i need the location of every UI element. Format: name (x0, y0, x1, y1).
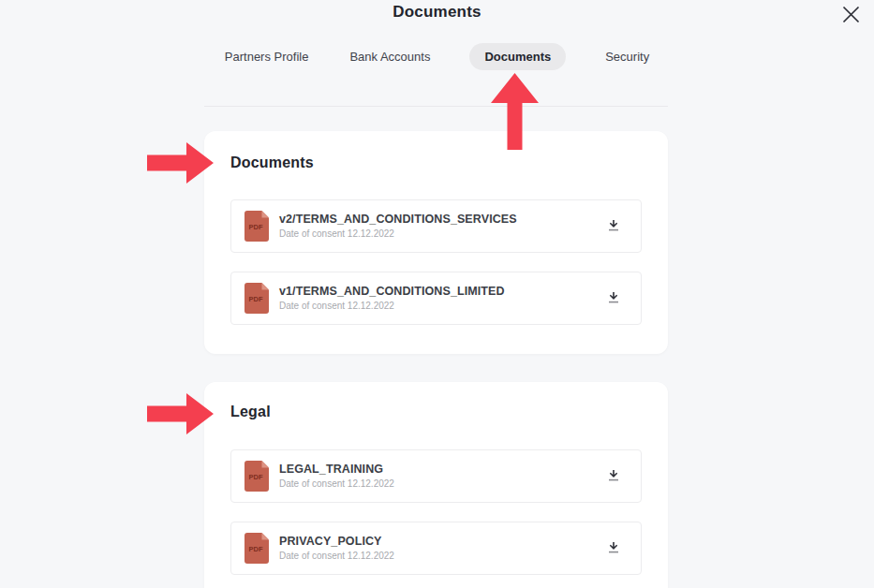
tab-bar: Partners Profile Bank Accounts Documents… (0, 42, 874, 70)
document-row: PDF LEGAL_TRAINING Date of consent 12.12… (230, 449, 642, 503)
document-name: LEGAL_TRAINING (279, 463, 394, 477)
documents-section-title: Documents (230, 131, 642, 171)
tab-partners-profile[interactable]: Partners Profile (223, 43, 311, 70)
page-title: Documents (0, 3, 874, 22)
document-row: PDF v1/TERMS_AND_CONDITIONS_LIMITED Date… (230, 272, 642, 325)
document-consent-date: Date of consent 12.12.2022 (279, 550, 394, 562)
download-button[interactable] (603, 288, 624, 309)
tab-documents[interactable]: Documents (469, 43, 566, 70)
pdf-file-icon: PDF (244, 533, 269, 564)
legal-section-card: Legal PDF LEGAL_TRAINING Date of consent… (204, 382, 668, 588)
download-icon (607, 469, 620, 483)
document-row: PDF v2/TERMS_AND_CONDITIONS_SERVICES Dat… (230, 199, 642, 253)
pdf-file-icon: PDF (244, 283, 269, 314)
pdf-badge-label: PDF (249, 473, 263, 481)
close-icon (842, 6, 860, 23)
legal-section-title: Legal (230, 382, 642, 420)
document-name: v1/TERMS_AND_CONDITIONS_LIMITED (279, 285, 505, 299)
documents-list: PDF v2/TERMS_AND_CONDITIONS_SERVICES Dat… (230, 199, 642, 325)
document-name: PRIVACY_POLICY (279, 535, 394, 549)
pdf-badge-label: PDF (249, 295, 263, 303)
pdf-file-icon: PDF (244, 461, 269, 492)
download-icon (607, 219, 620, 233)
document-name: v2/TERMS_AND_CONDITIONS_SERVICES (279, 213, 517, 227)
document-consent-date: Date of consent 12.12.2022 (279, 228, 517, 240)
pdf-badge-label: PDF (249, 545, 263, 553)
document-consent-date: Date of consent 12.12.2022 (279, 300, 505, 312)
tab-security[interactable]: Security (603, 43, 651, 70)
pdf-file-icon: PDF (244, 211, 269, 242)
download-icon (607, 291, 620, 305)
download-icon (607, 541, 620, 555)
tab-divider (204, 106, 668, 107)
download-button[interactable] (603, 538, 624, 559)
legal-list: PDF LEGAL_TRAINING Date of consent 12.12… (230, 449, 642, 575)
close-button[interactable] (839, 3, 862, 25)
pdf-badge-label: PDF (249, 223, 263, 231)
download-button[interactable] (603, 466, 624, 487)
documents-section-card: Documents PDF v2/TERMS_AND_CONDITIONS_SE… (204, 131, 668, 354)
document-consent-date: Date of consent 12.12.2022 (279, 478, 394, 490)
documents-modal: Documents Partners Profile Bank Accounts… (0, 0, 874, 588)
download-button[interactable] (603, 216, 624, 237)
tab-bank-accounts[interactable]: Bank Accounts (348, 43, 432, 70)
document-row: PDF PRIVACY_POLICY Date of consent 12.12… (230, 522, 642, 575)
